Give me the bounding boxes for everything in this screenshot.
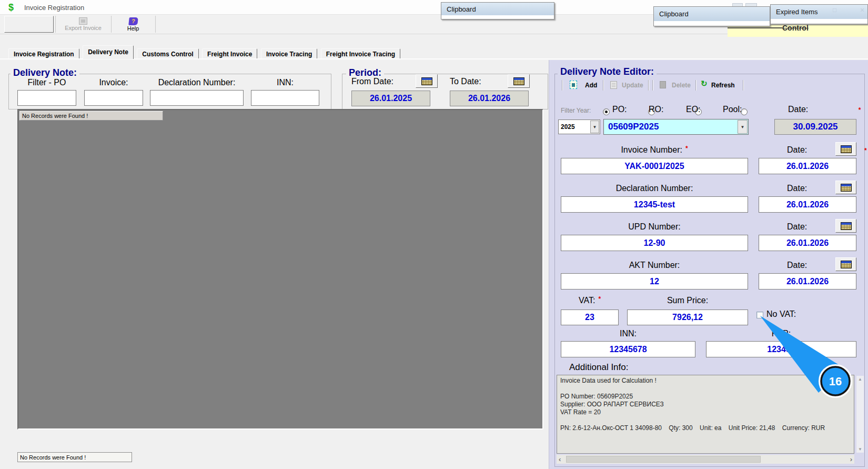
toolbar-separator (55, 16, 56, 33)
toolbar-separator (155, 16, 156, 33)
scroll-up-icon[interactable]: ▲ (856, 377, 864, 382)
calendar-icon (841, 184, 852, 192)
expired-items-header[interactable]: Expired Items (771, 5, 867, 19)
to-date-label: To Date: (450, 77, 481, 86)
sum-price-label: Sum Price: (627, 296, 748, 305)
calendar-icon (513, 77, 524, 85)
radio-po[interactable] (603, 108, 610, 115)
memo-vertical-scrollbar[interactable]: ▲ ▼ (856, 376, 864, 453)
po-date-label: Date: (788, 105, 808, 114)
upd-date-calendar-button[interactable] (835, 219, 856, 233)
year-combobox[interactable]: 2025 ▼ (558, 119, 600, 134)
invoice-number-input[interactable]: YAK-0001/2025 (561, 158, 748, 174)
calendar-icon (841, 145, 852, 153)
upd-date-input[interactable]: 26.01.2026 (759, 235, 856, 251)
year-dropdown-arrow[interactable]: ▼ (590, 121, 599, 133)
toolbar-separator (562, 80, 562, 91)
export-invoice-label: Export Invoice (65, 25, 102, 31)
additional-info-label: Additional Info: (569, 362, 628, 373)
toolbar-separator (652, 80, 653, 91)
scroll-left-icon[interactable]: ‹ (559, 455, 561, 463)
refresh-button[interactable]: Refresh (711, 82, 735, 89)
clipboard-panel-right: Clipboard (653, 6, 770, 26)
radio-pool-label[interactable]: Pool: (723, 105, 742, 114)
filter-po-input[interactable] (17, 90, 76, 106)
records-grid[interactable]: No Records were Found ! (17, 109, 543, 430)
filter-declaration-input[interactable] (150, 90, 244, 106)
invoice-date-calendar-button[interactable] (835, 142, 856, 156)
close-icon[interactable]: × (860, 6, 864, 14)
export-invoice-button[interactable]: Export Invoice (57, 16, 109, 33)
required-asterisk: * (859, 106, 861, 114)
add-icon (570, 81, 577, 89)
from-date-label: From Date: (351, 77, 393, 86)
radio-po-label[interactable]: PO: (612, 105, 627, 114)
scrollbar-thumb[interactable] (566, 456, 761, 463)
akt-date-calendar-button[interactable] (835, 257, 856, 271)
radio-eo-label[interactable]: EO: (686, 105, 701, 114)
filter-invoice-input[interactable] (84, 90, 143, 106)
additional-info-memo[interactable]: Invoice Data used for Calculation ! PO N… (557, 375, 854, 454)
toolbar-separator (603, 80, 603, 91)
inn-input[interactable]: 12345678 (561, 341, 695, 357)
akt-number-input[interactable]: 12 (561, 273, 748, 290)
toolbar-separator (648, 80, 649, 91)
invoice-date-input[interactable]: 26.01.2026 (759, 158, 856, 174)
maximize-icon[interactable]: □ (833, 6, 836, 14)
refresh-icon: ↻ (701, 80, 708, 87)
help-button[interactable]: ? Help (113, 16, 154, 33)
calendar-icon (421, 77, 432, 85)
from-date-value: 26.01.2025 (351, 91, 430, 106)
invoice-number-label: Invoice Number:* (561, 145, 748, 155)
clipboard-panel-header[interactable]: Clipboard (441, 3, 554, 15)
po-dropdown-arrow[interactable]: ▼ (738, 120, 748, 134)
required-asterisk: * (685, 145, 688, 152)
app-window: $ Invoice Registration Export Invoice ? … (0, 0, 868, 469)
declaration-number-label: Declaration Number: (561, 184, 748, 193)
help-book-icon: ? (128, 17, 138, 25)
expired-items-title: Expired Items (776, 8, 817, 16)
tab-delivery-note[interactable]: Delivery Note (83, 45, 134, 59)
filter-year-label: Filter Year: (561, 107, 591, 114)
empty-toolbar-button[interactable] (4, 16, 54, 33)
filter-inn-input[interactable] (251, 90, 319, 106)
app-dollar-icon: $ (8, 2, 14, 13)
akt-date-label: Date: (787, 261, 807, 270)
upd-date-label: Date: (787, 222, 807, 232)
clipboard-panel-header[interactable]: Clipboard (654, 7, 770, 21)
declaration-number-input[interactable]: 12345-test (561, 196, 748, 213)
no-vat-checkbox[interactable] (756, 312, 763, 318)
filter-inn-label: INN: (251, 78, 319, 87)
filter-invoice-label: Invoice: (84, 78, 143, 87)
editor-group-title: Delivery Note Editor: (558, 66, 657, 77)
clipboard-panel-center: Clipboard (441, 2, 554, 19)
sum-price-input[interactable]: 7926,12 (627, 310, 748, 325)
grid-header-cell[interactable]: No Records were Found ! (19, 111, 163, 121)
scroll-down-icon[interactable]: ▼ (856, 447, 864, 452)
delete-button: Delete (672, 82, 691, 89)
declaration-date-calendar-button[interactable] (835, 181, 856, 194)
po-number-combobox[interactable]: 05609P2025 ▼ (603, 119, 749, 135)
status-bar: No Records were Found ! (17, 452, 132, 462)
kpp-input[interactable]: 123456 (706, 341, 856, 357)
memo-horizontal-scrollbar[interactable]: ‹ › (557, 455, 854, 464)
akt-date-input[interactable]: 26.01.2026 (759, 273, 856, 290)
to-date-value: 26.01.2026 (450, 91, 529, 106)
kpp-label: KPP: (706, 329, 856, 338)
calendar-icon (841, 261, 852, 268)
upd-number-input[interactable]: 12-90 (561, 235, 748, 251)
scroll-right-icon[interactable]: › (850, 455, 852, 463)
required-asterisk: * (864, 147, 867, 154)
declaration-date-input[interactable]: 26.01.2026 (759, 196, 856, 213)
filter-declaration-label: Declaration Number: (150, 78, 244, 87)
delete-icon-button (658, 79, 668, 91)
no-vat-label[interactable]: No VAT: (766, 310, 796, 319)
filter-po-label: Filter - PO (17, 78, 76, 87)
strike-line (728, 27, 782, 28)
to-date-calendar-button[interactable] (508, 74, 530, 88)
radio-ro-label[interactable]: RO: (649, 105, 663, 114)
add-button[interactable]: Add (585, 82, 597, 89)
add-icon-button[interactable] (567, 79, 580, 91)
vat-input[interactable]: 23 (561, 310, 619, 325)
from-date-calendar-button[interactable] (416, 74, 438, 88)
